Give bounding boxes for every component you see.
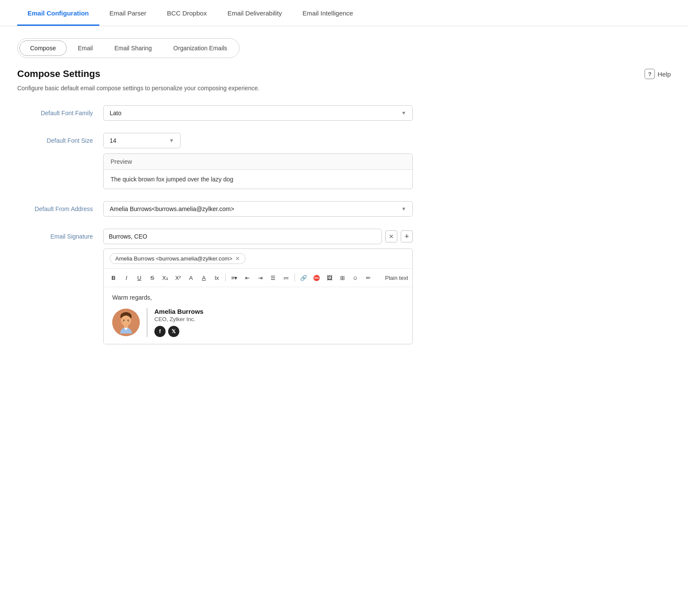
font-family-control: Lato ▼ bbox=[103, 105, 413, 121]
signature-name-input[interactable] bbox=[103, 229, 382, 244]
toolbar-unlink[interactable]: ⛔ bbox=[311, 272, 322, 283]
svg-point-4 bbox=[123, 320, 125, 321]
top-navigation: Email Configuration Email Parser BCC Dro… bbox=[0, 0, 688, 26]
font-preview-box: Preview The quick brown fox jumped over … bbox=[103, 153, 413, 189]
nav-email-parser[interactable]: Email Parser bbox=[99, 0, 157, 26]
sig-warm-regards: Warm regards, bbox=[112, 294, 404, 301]
from-address-value: Amelia Burrows<burrows.amelia@zylker.com… bbox=[110, 205, 234, 212]
toolbar-strikethrough[interactable]: S bbox=[147, 272, 158, 283]
signature-add-button[interactable]: + bbox=[401, 230, 413, 242]
from-address-label: Default From Address bbox=[17, 201, 103, 212]
svg-point-6 bbox=[121, 321, 124, 323]
from-address-control: Amelia Burrows<burrows.amelia@zylker.com… bbox=[103, 201, 413, 217]
sig-social-links: f 𝕏 bbox=[154, 326, 203, 337]
preview-content: The quick brown fox jumped over the lazy… bbox=[104, 170, 412, 189]
signature-row: Email Signature ✕ + Amelia Burrows <burr… bbox=[17, 229, 671, 344]
preview-header: Preview bbox=[104, 154, 412, 170]
chevron-down-icon: ▼ bbox=[401, 110, 406, 116]
plain-text-label[interactable]: Plain text bbox=[385, 275, 408, 281]
signature-input-row: ✕ + bbox=[103, 229, 413, 244]
twitter-icon[interactable]: 𝕏 bbox=[168, 326, 179, 337]
recipient-chip-label: Amelia Burrows <burrows.amelia@zylker.co… bbox=[115, 255, 233, 262]
help-button[interactable]: ? Help bbox=[645, 69, 671, 79]
chip-close-icon[interactable]: ✕ bbox=[235, 255, 240, 262]
from-address-select[interactable]: Amelia Burrows<burrows.amelia@zylker.com… bbox=[103, 201, 413, 217]
toolbar-align[interactable]: ≡▾ bbox=[229, 272, 240, 283]
facebook-icon[interactable]: f bbox=[154, 326, 166, 337]
chevron-down-icon: ▼ bbox=[401, 206, 406, 212]
font-family-row: Default Font Family Lato ▼ bbox=[17, 105, 671, 121]
sig-job-title: CEO, Zylker Inc. bbox=[154, 316, 203, 322]
signature-toolbar: B I U S X₂ X² A A Ix ≡▾ ⇤ ⇥ ☰ ≔ 🔗 bbox=[104, 269, 412, 287]
tab-email-sharing[interactable]: Email Sharing bbox=[104, 41, 162, 55]
toolbar-font-highlight[interactable]: A bbox=[198, 272, 209, 283]
signature-label: Email Signature bbox=[17, 229, 103, 240]
font-size-control: 14 ▼ Preview The quick brown fox jumped … bbox=[103, 133, 413, 189]
sig-info: Amelia Burrows CEO, Zylker Inc. f 𝕏 bbox=[147, 308, 203, 337]
toolbar-ordered-list[interactable]: ☰ bbox=[267, 272, 279, 283]
toolbar-italic[interactable]: I bbox=[121, 272, 132, 283]
toolbar-link[interactable]: 🔗 bbox=[298, 272, 309, 283]
toolbar-font-color[interactable]: A bbox=[185, 272, 197, 283]
signature-recipient-area: Amelia Burrows <burrows.amelia@zylker.co… bbox=[104, 249, 412, 269]
toolbar-table[interactable]: ⊞ bbox=[337, 272, 348, 283]
sig-profile: Amelia Burrows CEO, Zylker Inc. f 𝕏 bbox=[112, 308, 404, 337]
nav-email-configuration[interactable]: Email Configuration bbox=[17, 0, 99, 26]
font-size-label: Default Font Size bbox=[17, 133, 103, 144]
font-family-select[interactable]: Lato ▼ bbox=[103, 105, 413, 121]
toolbar-bold[interactable]: B bbox=[108, 272, 119, 283]
svg-point-3 bbox=[121, 316, 131, 326]
recipient-chip[interactable]: Amelia Burrows <burrows.amelia@zylker.co… bbox=[110, 253, 246, 264]
signature-body: Warm regards, bbox=[104, 287, 412, 344]
toolbar-source[interactable]: ✏ bbox=[362, 272, 374, 283]
sig-name: Amelia Burrows bbox=[154, 308, 203, 315]
toolbar-superscript[interactable]: X² bbox=[172, 272, 184, 283]
toolbar-subscript[interactable]: X₂ bbox=[160, 272, 171, 283]
signature-control: ✕ + Amelia Burrows <burrows.amelia@zylke… bbox=[103, 229, 413, 344]
page-description: Configure basic default email compose se… bbox=[17, 85, 671, 92]
font-size-value: 14 bbox=[110, 137, 117, 144]
tab-email[interactable]: Email bbox=[68, 41, 103, 55]
font-family-value: Lato bbox=[110, 110, 121, 116]
sub-tab-group: Compose Email Email Sharing Organization… bbox=[17, 38, 240, 58]
nav-email-intelligence[interactable]: Email Intelligence bbox=[292, 0, 364, 26]
page-header: Compose Settings ? Help bbox=[17, 68, 671, 80]
toolbar-unordered-list[interactable]: ≔ bbox=[280, 272, 292, 283]
toolbar-image[interactable]: 🖼 bbox=[324, 272, 335, 283]
toolbar-separator-2 bbox=[295, 274, 295, 282]
toolbar-clear-format[interactable]: Ix bbox=[211, 272, 222, 283]
avatar bbox=[112, 309, 140, 336]
toolbar-emoji[interactable]: ☺ bbox=[350, 272, 361, 283]
svg-point-7 bbox=[128, 321, 131, 323]
tab-organization-emails[interactable]: Organization Emails bbox=[163, 41, 237, 55]
font-size-row: Default Font Size 14 ▼ Preview The quick… bbox=[17, 133, 671, 189]
page-title: Compose Settings bbox=[17, 68, 100, 80]
tab-compose[interactable]: Compose bbox=[19, 40, 67, 56]
from-address-row: Default From Address Amelia Burrows<burr… bbox=[17, 201, 671, 217]
svg-point-5 bbox=[128, 320, 129, 321]
nav-email-deliverability[interactable]: Email Deliverability bbox=[217, 0, 292, 26]
toolbar-indent-left[interactable]: ⇤ bbox=[242, 272, 253, 283]
toolbar-separator-1 bbox=[225, 274, 226, 282]
chevron-down-icon: ▼ bbox=[169, 138, 174, 144]
font-family-label: Default Font Family bbox=[17, 105, 103, 116]
help-label: Help bbox=[657, 70, 671, 78]
toolbar-underline[interactable]: U bbox=[134, 272, 145, 283]
signature-editor: Amelia Burrows <burrows.amelia@zylker.co… bbox=[103, 248, 413, 344]
page-content: Compose Settings ? Help Configure basic … bbox=[0, 68, 688, 374]
toolbar-indent-right[interactable]: ⇥ bbox=[255, 272, 266, 283]
help-icon: ? bbox=[645, 69, 655, 79]
font-size-select[interactable]: 14 ▼ bbox=[103, 133, 181, 148]
signature-clear-button[interactable]: ✕ bbox=[385, 230, 397, 242]
nav-bcc-dropbox[interactable]: BCC Dropbox bbox=[157, 0, 217, 26]
